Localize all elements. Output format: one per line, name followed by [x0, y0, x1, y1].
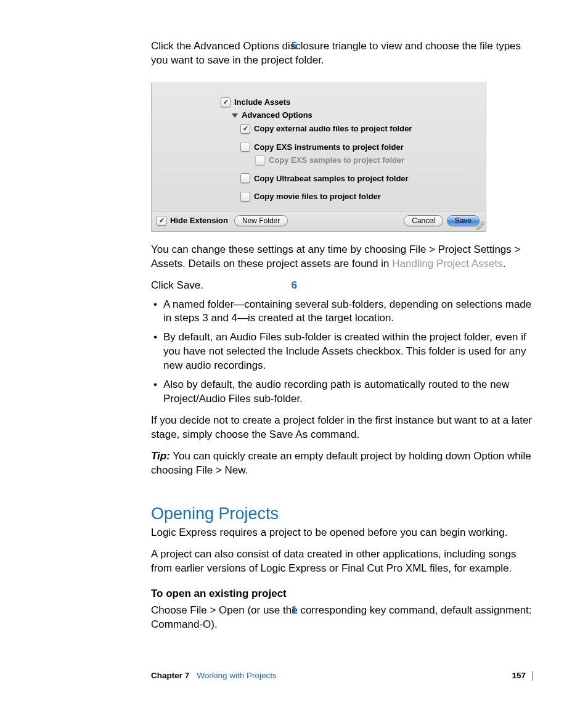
step-number-5: 5 [290, 39, 297, 54]
opening-projects-heading: Opening Projects [151, 503, 539, 525]
copy-exs-instruments-label: Copy EXS instruments to project folder [254, 142, 404, 153]
advanced-options-disclosure-icon[interactable] [232, 113, 238, 118]
step-number-6: 6 [290, 279, 297, 293]
opening-projects-p2: A project can also consist of data creat… [151, 548, 539, 576]
copy-ultrabeat-checkbox[interactable] [240, 173, 250, 183]
step-number-1: 1 [290, 604, 297, 618]
copy-exs-instruments-checkbox[interactable] [240, 142, 250, 152]
footer-divider [532, 671, 533, 681]
step-1-text: Choose File > Open (or use the correspon… [151, 604, 539, 632]
opening-projects-p1: Logic Express requires a project to be o… [151, 526, 539, 540]
copy-external-audio-checkbox[interactable] [240, 124, 250, 134]
include-assets-label: Include Assets [234, 97, 290, 108]
include-assets-checkbox[interactable] [221, 97, 231, 107]
chapter-label: Chapter 7 [151, 670, 189, 681]
handling-project-assets-link[interactable]: Handling Project Assets [392, 258, 503, 269]
page-footer: Chapter 7 Working with Projects 157 [151, 670, 539, 681]
cancel-button[interactable]: Cancel [404, 215, 443, 226]
hide-extension-checkbox[interactable] [157, 216, 166, 226]
step-6-text: Click Save. [151, 279, 539, 293]
step-5-text: Click the Advanced Options disclosure tr… [151, 39, 539, 68]
copy-exs-samples-checkbox [255, 155, 265, 165]
chapter-title: Working with Projects [197, 670, 277, 681]
step-6-bullet-2: By default, an Audio Files sub-folder is… [151, 330, 539, 373]
copy-movie-checkbox[interactable] [240, 192, 250, 202]
copy-exs-samples-label: Copy EXS samples to project folder [269, 155, 404, 166]
copy-movie-label: Copy movie files to project folder [254, 191, 381, 202]
decide-paragraph: If you decide not to create a project fo… [151, 414, 539, 442]
advanced-options-label: Advanced Options [242, 110, 312, 121]
copy-external-audio-label: Copy external audio files to project fol… [254, 123, 412, 134]
page-number: 157 [512, 670, 526, 681]
hide-extension-label: Hide Extension [170, 215, 228, 226]
tip-label: Tip: [151, 450, 170, 462]
save-dialog: Include Assets Advanced Options Copy ext… [151, 83, 486, 232]
step-6-bullet-3: Also by default, the audio recording pat… [151, 378, 539, 406]
after-dialog-paragraph: You can change these settings at any tim… [151, 243, 539, 271]
resize-grip-icon [476, 221, 484, 230]
save-button[interactable]: Save [447, 215, 480, 226]
new-folder-button[interactable]: New Folder [234, 215, 288, 226]
step-6-bullet-1: A named folder—containing several sub-fo… [151, 298, 539, 326]
to-open-existing-project-heading: To open an existing project [151, 587, 539, 601]
copy-ultrabeat-label: Copy Ultrabeat samples to project folder [254, 173, 409, 184]
tip-paragraph: Tip: You can quickly create an empty def… [151, 449, 539, 478]
